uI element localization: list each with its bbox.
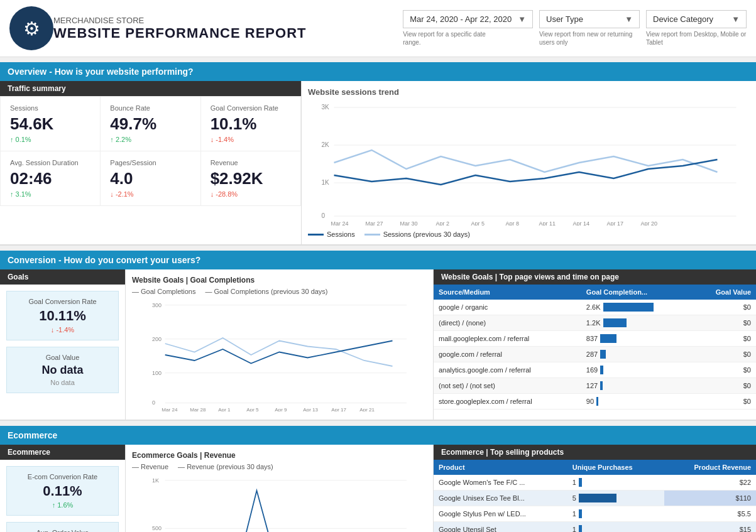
svg-text:Apr 21: Apr 21	[359, 407, 375, 411]
goal-value-cell: $0	[691, 300, 756, 315]
purchases-cell: 1	[567, 506, 664, 522]
website-goals-header: Website Goals | Top page views and time …	[434, 269, 756, 285]
completions-cell: 169	[581, 362, 691, 378]
svg-text:Apr 14: Apr 14	[573, 220, 590, 225]
product-revenue-cell: $110	[664, 491, 756, 506]
source-cell: (direct) / (none)	[434, 315, 581, 331]
overview-container: Traffic summary Sessions 54.6K ↑ 0.1% Bo…	[0, 81, 756, 246]
col-source: Source/Medium	[434, 285, 581, 300]
col-goal-value: Goal Value	[691, 285, 756, 300]
col-purchases: Unique Purchases	[567, 460, 664, 475]
metric-label: Goal Conversion Rate	[211, 104, 291, 112]
svg-text:500: 500	[152, 525, 162, 531]
sessions-trend-panel: Website sessions trend 3K 2K 1K 0 Mar 24…	[302, 81, 756, 244]
list-item: Google Unisex Eco Tee Bl... 5 $110	[434, 491, 756, 506]
list-item: Google Women's Tee F/C ... 1 $22	[434, 475, 756, 491]
metric-label: Bounce Rate	[110, 104, 190, 112]
purchases-cell: 1	[567, 522, 664, 533]
svg-text:100: 100	[152, 370, 162, 376]
svg-text:Mar 27: Mar 27	[366, 220, 383, 225]
logo: ⚙	[9, 6, 53, 50]
metric-grid: Sessions 54.6K ↑ 0.1% Bounce Rate 49.7% …	[0, 96, 301, 206]
bar-fill	[603, 303, 654, 312]
svg-text:Mar 24: Mar 24	[331, 220, 349, 225]
source-cell: store.googleplex.com / referral	[434, 394, 581, 410]
device-category-dropdown[interactable]: Device Category ▼	[646, 10, 747, 28]
metric-label: Avg. Session Duration	[10, 159, 90, 166]
completions-cell: 287	[581, 347, 691, 362]
goals-table: Source/Medium Goal Completion... Goal Va…	[434, 285, 756, 410]
user-type-arrow: ▼	[625, 14, 633, 24]
svg-text:1K: 1K	[152, 477, 159, 484]
purchases-bar	[579, 509, 582, 518]
ecom-conversion-label: E-com Converion Rate	[13, 473, 112, 480]
svg-text:Apr 13: Apr 13	[303, 407, 318, 411]
metric-change: ↓ -28.8%	[211, 190, 291, 198]
goals-chart-panel: Website Goals | Goal Completions — Goal …	[126, 269, 434, 420]
product-revenue-cell: $22	[664, 475, 756, 491]
conversion-section-header: Conversion - How do you convert your use…	[0, 251, 756, 269]
source-cell: mall.googleplex.com / referral	[434, 331, 581, 347]
device-filter-group: Device Category ▼ View report from Deskt…	[646, 10, 747, 46]
device-category-label: Device Category	[653, 14, 713, 24]
user-type-label: User Type	[546, 14, 583, 24]
goal-value-label: Goal Value	[13, 354, 112, 361]
products-table: Product Unique Purchases Product Revenue…	[434, 460, 756, 532]
legend-prev-sessions-label: Sessions (previous 30 days)	[383, 231, 470, 238]
metric-change: ↑ 2.2%	[110, 136, 190, 143]
user-type-hint: View report from new or returning users …	[539, 30, 640, 46]
date-range-dropdown[interactable]: Mar 24, 2020 - Apr 22, 2020 ▼	[403, 10, 533, 28]
completions-cell: 2.6K	[581, 300, 691, 315]
completions-cell: 1.2K	[581, 315, 691, 331]
date-filter-group: Mar 24, 2020 - Apr 22, 2020 ▼ View repor…	[403, 10, 533, 46]
conversion-container: Goals Goal Conversion Rate 10.11% -1.4% …	[0, 269, 756, 421]
ecom-conversion-card: E-com Converion Rate 0.11% 1.6%	[6, 466, 119, 516]
completions-cell: 90	[581, 394, 691, 410]
bar-fill	[600, 366, 603, 374]
svg-text:Apr 11: Apr 11	[539, 220, 556, 225]
metric-change: ↓ -2.1%	[110, 190, 190, 198]
avg-order-label: Avg. Order Value	[13, 529, 112, 532]
table-row: google / organic 2.6K $0	[434, 300, 756, 315]
ecommerce-section-header: Ecommerce	[0, 426, 756, 445]
svg-text:Apr 5: Apr 5	[246, 407, 259, 411]
svg-text:300: 300	[152, 302, 162, 308]
legend-sessions: Sessions	[308, 231, 355, 238]
ecom-goals-header: Ecommerce	[0, 445, 125, 460]
col-completions: Goal Completion...	[581, 285, 691, 300]
goal-value-cell: $0	[691, 315, 756, 331]
revenue-chart: 1K 500 0 Mar 24 Mar 28 Apr 1 Apr 5 Apr 9…	[132, 474, 427, 532]
col-product: Product	[434, 460, 567, 475]
metric-label: Pages/Session	[110, 159, 190, 166]
legend-prev-sessions: Sessions (previous 30 days)	[364, 231, 470, 238]
goal-value-cell: $0	[691, 378, 756, 394]
metric-value: 4.0	[110, 169, 190, 188]
legend-sessions-line	[308, 234, 324, 236]
user-type-dropdown[interactable]: User Type ▼	[539, 10, 640, 28]
source-cell: google.com / referral	[434, 347, 581, 362]
svg-text:0: 0	[152, 399, 155, 406]
date-range-label: Mar 24, 2020 - Apr 22, 2020	[410, 14, 512, 24]
svg-text:3K: 3K	[322, 104, 330, 111]
date-hint: View report for a specific date range.	[403, 30, 503, 46]
ecommerce-container: Ecommerce E-com Converion Rate 0.11% 1.6…	[0, 445, 756, 532]
table-row: mall.googleplex.com / referral 837 $0	[434, 331, 756, 347]
metric-card: Sessions 54.6K ↑ 0.1%	[1, 97, 100, 151]
metric-value: 54.6K	[10, 114, 90, 134]
product-name-cell: Google Unisex Eco Tee Bl...	[434, 491, 567, 506]
products-header: Ecommerce | Top selling products	[434, 445, 756, 460]
metric-change: ↑ 0.1%	[10, 136, 90, 143]
avg-order-card: Avg. Order Value	[6, 522, 119, 532]
date-dropdown-arrow: ▼	[518, 14, 526, 24]
metric-card: Bounce Rate 49.7% ↑ 2.2%	[101, 97, 200, 151]
product-name-cell: Google Utensil Set	[434, 522, 567, 533]
sessions-trend-chart: 3K 2K 1K 0 Mar 24 Mar 27 Mar 30 Apr 2 Ap…	[308, 100, 750, 225]
ecom-chart-legend: — Revenue — Revenue (previous 30 days)	[132, 463, 427, 470]
svg-text:Mar 30: Mar 30	[400, 220, 418, 225]
goal-value-card: Goal Value No data No data	[6, 347, 119, 393]
metric-label: Sessions	[10, 104, 90, 112]
bar-fill	[600, 334, 616, 343]
svg-text:Apr 9: Apr 9	[275, 407, 287, 411]
legend-prev-sessions-line	[364, 234, 380, 236]
svg-text:Mar 28: Mar 28	[190, 407, 206, 411]
